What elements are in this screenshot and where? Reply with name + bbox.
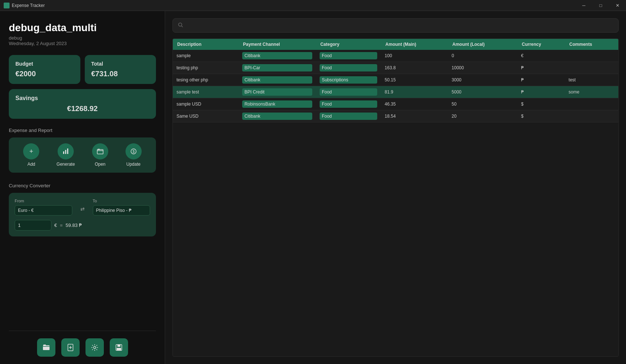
total-value: €731.08 [91,70,150,78]
cell-payment-channel-select[interactable]: RobinsonsBank [242,100,312,108]
cell-amount-main: 163.8 [381,62,448,74]
svg-rect-3 [97,150,103,154]
search-input[interactable] [187,23,613,28]
cell-currency: $ [517,110,565,122]
nav-folder-button[interactable] [37,338,55,357]
cell-comments [565,62,618,74]
cell-currency: € [517,50,565,62]
cell-comments [565,98,618,110]
cell-category-select[interactable]: Food [320,113,377,120]
main-content: Description Payment Channel Category Amo… [165,11,626,364]
budget-value: €2000 [15,70,74,78]
nav-settings-button[interactable] [85,338,104,357]
generate-icon [58,143,74,159]
app-title: debug_data_multi [9,22,156,34]
from-currency-select[interactable]: Euro - € [15,205,72,216]
minimize-button[interactable]: ─ [575,0,592,11]
expense-report-section-label: Expense and Report [9,128,156,133]
budget-total-row: Budget €2000 Total €731.08 [9,55,156,84]
total-card: Total €731.08 [85,55,156,84]
col-payment-channel: Payment Channel [239,39,316,50]
titlebar-title: Expense Tracker [12,3,45,8]
generate-button[interactable]: Generate [57,143,75,167]
col-currency: Currency [517,39,565,50]
cell-currency: $ [517,98,565,110]
update-icon: $ [125,143,142,159]
add-icon: + [23,143,39,159]
table-body: sampleCitibankFood1000€testing phpBPI-Ca… [173,50,618,122]
close-button[interactable]: ✕ [609,0,626,11]
cell-category[interactable]: Food [316,98,381,110]
cell-category[interactable]: Food [316,50,381,62]
cell-description: sample USD [173,98,239,110]
cell-category[interactable]: Food [316,110,381,122]
savings-label: Savings [15,95,149,102]
open-button[interactable]: Open [92,143,108,167]
action-buttons-container: + Add Generate [9,137,156,173]
table-row: sample USDRobinsonsBankFood46.3550$ [173,98,618,110]
svg-point-16 [179,23,182,26]
cell-category-select[interactable]: Food [320,88,377,96]
update-button[interactable]: $ Update [125,143,142,167]
cell-category[interactable]: Food [316,86,381,98]
cell-category-select[interactable]: Food [320,64,377,71]
cell-payment-channel[interactable]: Citibank [239,50,316,62]
nav-add-doc-button[interactable] [61,338,80,357]
cell-payment-channel[interactable]: Citibank [239,110,316,122]
app-icon [4,3,10,8]
svg-rect-4 [98,149,100,150]
cell-currency: ₱ [517,74,565,86]
cell-amount-main: 81.9 [381,86,448,98]
table-row: tesing other phpCitibankSubscriptions50.… [173,74,618,86]
generate-label: Generate [57,162,75,167]
cell-category-select[interactable]: Food [320,52,377,59]
cell-payment-channel-select[interactable]: Citibank [242,113,312,120]
cell-category[interactable]: Subscriptions [316,74,381,86]
cell-amount-local: 20 [448,110,517,122]
cell-category-select[interactable]: Food [320,100,377,108]
currency-input-row: € = 59.83 ₱ [15,220,150,231]
currency-converter: From Euro - € ⇄ To Philippine Piso - ₱ €… [9,193,156,236]
expense-table-container: Description Payment Channel Category Amo… [172,38,619,357]
cell-payment-channel-select[interactable]: Citibank [242,76,312,84]
cell-category-select[interactable]: Subscriptions [320,76,377,84]
cell-comments: test [565,74,618,86]
result-value: 59.83 [66,223,78,228]
svg-point-12 [94,346,96,349]
table-row: sampleCitibankFood1000€ [173,50,618,62]
equals-sign: = [60,223,63,228]
currency-selects-row: From Euro - € ⇄ To Philippine Piso - ₱ [15,199,150,216]
col-comments: Comments [565,39,618,50]
maximize-button[interactable]: □ [592,0,609,11]
svg-line-17 [182,26,183,27]
cell-amount-local: 0 [448,50,517,62]
cell-description: tesing other php [173,74,239,86]
app-date: Wednesday, 2 August 2023 [9,41,156,46]
total-label: Total [91,61,150,67]
cell-description: Same USD [173,110,239,122]
cell-comments: some [565,86,618,98]
nav-save-button[interactable] [110,338,128,357]
cell-payment-channel-select[interactable]: Citibank [242,52,312,59]
svg-rect-14 [117,345,120,347]
cell-payment-channel[interactable]: RobinsonsBank [239,98,316,110]
to-currency-select[interactable]: Philippine Piso - ₱ [93,205,150,216]
svg-rect-8 [43,345,46,346]
svg-rect-0 [63,151,64,154]
cell-amount-main: 50.15 [381,74,448,86]
cell-payment-channel[interactable]: BPI Credit [239,86,316,98]
svg-rect-2 [67,148,68,154]
cell-category[interactable]: Food [316,62,381,74]
cell-payment-channel-select[interactable]: BPI Credit [242,88,312,96]
cell-payment-channel[interactable]: BPI-Car [239,62,316,74]
table-header: Description Payment Channel Category Amo… [173,39,618,50]
swap-icon[interactable]: ⇄ [77,203,88,215]
cell-payment-channel[interactable]: Citibank [239,74,316,86]
svg-rect-15 [117,348,121,350]
cell-amount-main: 100 [381,50,448,62]
currency-amount-input[interactable] [15,220,51,231]
cell-payment-channel-select[interactable]: BPI-Car [242,64,312,71]
add-button[interactable]: + Add [23,143,39,167]
cell-description: sample [173,50,239,62]
open-label: Open [95,162,105,167]
